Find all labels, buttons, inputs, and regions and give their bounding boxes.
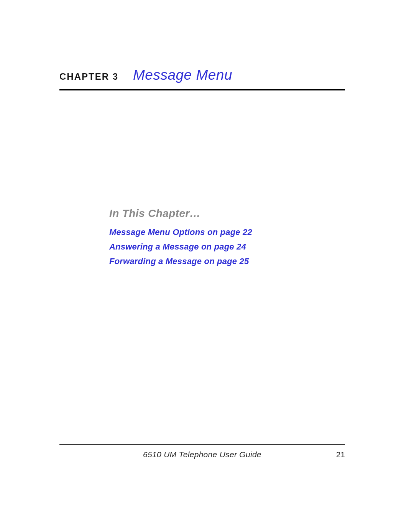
footer-row: 6510 UM Telephone User Guide 21 (59, 450, 345, 459)
chapter-label: CHAPTER 3 (59, 71, 118, 82)
toc-link-message-menu-options[interactable]: Message Menu Options on page 22 (109, 225, 345, 240)
page-number: 21 (336, 450, 345, 459)
chapter-body: In This Chapter… Message Menu Options on… (109, 207, 345, 268)
document-page: CHAPTER 3 Message Menu In This Chapter… … (0, 0, 414, 532)
toc-link-forwarding-a-message[interactable]: Forwarding a Message on page 25 (109, 254, 345, 269)
book-title: 6510 UM Telephone User Guide (143, 450, 261, 459)
toc-link-answering-a-message[interactable]: Answering a Message on page 24 (109, 240, 345, 254)
footer-rule (59, 444, 345, 445)
chapter-header: CHAPTER 3 Message Menu (59, 67, 345, 88)
section-heading: In This Chapter… (109, 207, 345, 220)
chapter-title: Message Menu (133, 67, 232, 83)
page-footer: 6510 UM Telephone User Guide 21 (59, 444, 345, 459)
header-rule (59, 89, 345, 90)
